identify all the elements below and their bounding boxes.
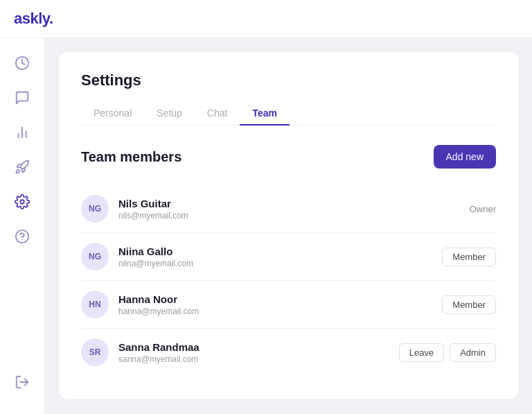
tab-personal[interactable]: Personal — [81, 102, 144, 126]
sidebar-item-launch[interactable] — [8, 153, 37, 182]
leave-button[interactable]: Leave — [399, 343, 444, 362]
member-info: Niina Gallo niina@myemail.com — [118, 245, 442, 268]
avatar: NG — [81, 243, 109, 270]
rocket-icon — [15, 159, 30, 175]
member-role: Owner — [470, 204, 496, 214]
member-name: Hanna Noor — [118, 293, 442, 305]
role-actions: Member — [442, 295, 496, 314]
sidebar-item-settings[interactable] — [8, 187, 37, 216]
table-row: NG Nils Guitar nils@myemail.com Owner — [81, 185, 496, 233]
member-info: Sanna Randmaa sanna@myemail.com — [118, 341, 399, 364]
avatar: SR — [81, 338, 109, 366]
member-info: Hanna Noor hanna@myemail.com — [118, 293, 442, 316]
settings-card: Settings Personal Setup Chat Team Team m… — [59, 52, 518, 399]
settings-tabs: Personal Setup Chat Team — [81, 102, 496, 126]
role-actions: Member — [442, 248, 496, 266]
member-email: nils@myemail.com — [118, 211, 470, 221]
settings-icon — [15, 194, 30, 209]
member-name: Niina Gallo — [118, 245, 442, 257]
add-new-button[interactable]: Add new — [434, 145, 496, 169]
page-title: Settings — [81, 71, 496, 89]
member-email: sanna@myemail.com — [118, 354, 399, 364]
help-icon — [15, 229, 30, 244]
member-name: Sanna Randmaa — [118, 341, 399, 353]
admin-role-badge[interactable]: Admin — [450, 343, 496, 362]
member-email: hanna@myemail.com — [118, 307, 442, 316]
table-row: NG Niina Gallo niina@myemail.com Member — [81, 233, 496, 281]
member-email: niina@myemail.com — [118, 259, 442, 268]
sidebar-item-analytics[interactable] — [8, 118, 37, 147]
avatar: NG — [81, 195, 109, 223]
sidebar-item-dashboard[interactable] — [8, 49, 37, 78]
dashboard-icon — [15, 55, 30, 71]
main-layout: Settings Personal Setup Chat Team Team m… — [0, 38, 532, 414]
member-role-badge[interactable]: Member — [442, 248, 496, 266]
table-row: SR Sanna Randmaa sanna@myemail.com Leave… — [81, 329, 496, 376]
content-area: Settings Personal Setup Chat Team Team m… — [45, 38, 532, 414]
sidebar-item-help[interactable] — [8, 222, 37, 251]
topbar: askly. — [0, 0, 532, 38]
brand-logo: askly. — [14, 10, 53, 28]
tab-team[interactable]: Team — [240, 102, 290, 126]
team-header: Team members Add new — [81, 145, 496, 169]
role-actions: Leave Admin — [399, 343, 496, 362]
tab-chat[interactable]: Chat — [195, 102, 240, 126]
sidebar-item-logout[interactable] — [8, 368, 37, 397]
sidebar-item-chat[interactable] — [8, 83, 37, 112]
table-row: HN Hanna Noor hanna@myemail.com Member — [81, 281, 496, 329]
analytics-icon — [15, 125, 30, 140]
member-role-badge[interactable]: Member — [442, 295, 496, 314]
avatar: HN — [81, 291, 109, 318]
member-name: Nils Guitar — [118, 198, 470, 209]
logout-icon — [15, 374, 30, 390]
tab-setup[interactable]: Setup — [144, 102, 195, 126]
member-list: NG Nils Guitar nils@myemail.com Owner NG… — [81, 185, 496, 376]
member-info: Nils Guitar nils@myemail.com — [118, 198, 470, 221]
team-section-title: Team members — [81, 149, 181, 165]
sidebar — [0, 38, 45, 414]
svg-point-4 — [20, 200, 24, 204]
chat-icon — [15, 90, 30, 105]
